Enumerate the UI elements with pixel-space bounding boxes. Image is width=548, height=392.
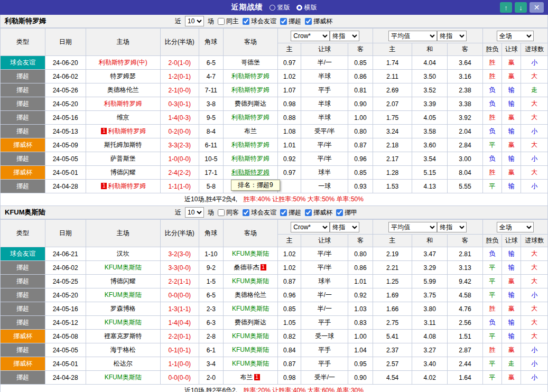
away-team-link[interactable]: KFUM奥斯陆 <box>232 277 269 285</box>
filter-option-4[interactable]: 挪甲 <box>336 208 357 217</box>
home-team-link[interactable]: KFUM奥斯陆 <box>105 291 142 298</box>
away-team-link[interactable]: KFUM奥斯陆 <box>232 250 269 257</box>
match-type-badge: 挪超 <box>1 316 45 330</box>
move-down-button[interactable]: ↓ <box>515 2 527 13</box>
home-odds: 1.07 <box>278 83 301 97</box>
summary-prefix: 近10场,胜4平2负4, <box>184 195 237 203</box>
filter-checkbox-3[interactable] <box>305 209 312 216</box>
home-team-link[interactable]: 博德闪耀 <box>110 277 136 285</box>
filter-checkbox-2[interactable] <box>280 209 287 216</box>
match-count-select[interactable]: 10 <box>185 16 204 26</box>
filter-option-3[interactable]: 挪威杯 <box>305 208 332 217</box>
away-team-link[interactable]: 奥德格伦兰 <box>235 291 266 298</box>
away-team-link[interactable]: KFUM奥斯陆 <box>232 346 269 353</box>
away-team-link[interactable]: 利勒斯特罗姆 <box>231 141 270 148</box>
home-team-link[interactable]: 萨普斯堡 <box>110 155 136 162</box>
home-team-link[interactable]: 利勒斯特罗姆 <box>108 182 146 190</box>
filter-option-0[interactable]: 同客 <box>218 208 239 217</box>
match-date: 24-05-05 <box>45 343 86 357</box>
home-team-link[interactable]: 裡塞克罗斯特 <box>104 332 142 340</box>
away-team-link[interactable]: 利勒斯特罗姆 <box>231 72 270 80</box>
filter-option-0[interactable]: 同主 <box>218 17 239 26</box>
handicap-line: 受半/一 <box>301 371 348 385</box>
handicap-result: 输 <box>502 152 521 166</box>
filter-option-2[interactable]: 挪超 <box>280 208 301 217</box>
bookmaker-select[interactable]: Crow* <box>291 31 330 41</box>
away-team-link[interactable]: 费德列斯达 <box>235 319 266 326</box>
move-up-button[interactable]: ↑ <box>500 2 512 13</box>
bookmaker-select[interactable]: Crow* <box>291 222 330 232</box>
away-team-link[interactable]: 利勒斯特罗姆 <box>231 169 270 176</box>
away-team-link[interactable]: 哥德堡 <box>241 59 260 66</box>
away-odds: 1.01 <box>348 275 373 288</box>
away-team-link[interactable]: 利勒斯特罗姆 <box>231 114 270 121</box>
filter-option-1[interactable]: 球会友谊 <box>243 208 276 217</box>
layout-horizontal-radio[interactable]: 横版 <box>296 3 317 12</box>
filter-checkbox-2[interactable] <box>280 18 287 25</box>
layout-vertical-radio[interactable]: 竖版 <box>270 3 290 12</box>
away-team-link[interactable]: 桑德菲杰 <box>234 264 259 271</box>
away-team-link[interactable]: 布兰 <box>244 127 257 135</box>
home-team-link[interactable]: KFUM奥斯陆 <box>105 374 142 381</box>
avg-stage-select[interactable]: 终指 <box>437 222 467 232</box>
match-row: 挪超24-05-25博德闪耀2-2(1-1)1-5KFUM奥斯陆0.87球半1.… <box>1 275 548 288</box>
avg-away-odds: 3.64 <box>448 56 483 70</box>
avg-stage-select[interactable]: 终指 <box>437 31 467 41</box>
avg-home-odds: 1.74 <box>373 56 412 70</box>
home-odds: 0.88 <box>278 111 301 125</box>
home-team-link[interactable]: 海于格松 <box>110 346 136 353</box>
corners-score: 9-5 <box>199 111 223 125</box>
away-team-link[interactable]: 利勒斯特罗姆 <box>231 86 270 94</box>
average-select[interactable]: 平均值 <box>388 31 437 41</box>
odds-stage-select[interactable]: 终指 <box>330 31 359 41</box>
titlebar-buttons: ↑ ↓ ✕ <box>500 2 548 13</box>
filter-option-2[interactable]: 挪超 <box>280 17 301 26</box>
home-team-link[interactable]: KFUM奥斯陆 <box>105 264 142 271</box>
home-team-link[interactable]: 维京 <box>117 114 129 121</box>
column-header: 比分(半场) <box>160 29 199 56</box>
home-team-link[interactable]: 利勒斯特罗姆 <box>104 100 142 107</box>
match-count-select[interactable]: 10 <box>185 207 204 218</box>
filter-checkbox-3[interactable] <box>305 18 312 25</box>
filter-option-3[interactable]: 挪威杯 <box>305 17 332 26</box>
match-type-badge: 挪超 <box>1 70 45 83</box>
home-team-link[interactable]: KFUM奥斯陆 <box>105 319 142 326</box>
filter-option-1[interactable]: 球会友谊 <box>243 17 276 26</box>
match-date: 24-05-12 <box>45 316 86 330</box>
match-date: 24-06-21 <box>45 247 86 261</box>
scope-select[interactable]: 全场 <box>497 222 534 232</box>
filter-checkbox-0[interactable] <box>218 18 225 25</box>
filter-checkbox-0[interactable] <box>218 209 225 216</box>
close-button[interactable]: ✕ <box>530 2 544 13</box>
away-team-link[interactable]: 费德列斯达 <box>235 100 266 107</box>
away-odds: 0.96 <box>348 152 373 166</box>
avg-away-odds: 3.92 <box>448 111 483 125</box>
odds-stage-select[interactable]: 终指 <box>330 222 359 232</box>
away-team-link[interactable]: KFUM奥斯陆 <box>232 332 269 340</box>
home-team-link[interactable]: 斯托姆加斯特 <box>104 141 142 148</box>
filter-checkbox-1[interactable] <box>243 209 249 216</box>
home-team-link[interactable]: 利勒斯特罗姆(中) <box>99 59 147 66</box>
match-score: 2-2(0-1) <box>160 330 199 343</box>
filter-checkbox-4[interactable] <box>336 209 343 216</box>
column-header: 类型 <box>1 29 45 56</box>
home-team-link[interactable]: 奥德格伦兰 <box>107 86 139 94</box>
home-team-link[interactable]: 博德闪耀 <box>110 169 136 176</box>
match-score: 0-0(0-0) <box>160 371 199 385</box>
away-team-link[interactable]: 布兰 <box>240 374 253 381</box>
away-team-link[interactable]: 利勒斯特罗姆 <box>231 155 270 162</box>
average-select[interactable]: 平均值 <box>388 222 437 232</box>
home-team-link[interactable]: 松达尔 <box>114 360 133 367</box>
away-team-link[interactable]: KFUM奥斯陆 <box>232 360 269 367</box>
scope-select[interactable]: 全场 <box>497 31 534 41</box>
away-team-link[interactable]: KFUM奥斯陆 <box>232 305 269 312</box>
home-team-link[interactable]: 汉坎 <box>117 250 129 257</box>
avg-draw-odds: 4.02 <box>412 371 448 385</box>
filter-checkbox-1[interactable] <box>243 18 249 25</box>
home-team-link[interactable]: 罗森博格 <box>110 305 136 312</box>
home-team-link[interactable]: 利勒斯特罗姆 <box>108 127 146 135</box>
win-lose-result: 胜 <box>482 343 501 357</box>
column-header: 角球 <box>199 220 223 247</box>
home-team-link[interactable]: 特罗姆瑟 <box>110 72 136 80</box>
handicap-result: 输 <box>502 316 521 330</box>
